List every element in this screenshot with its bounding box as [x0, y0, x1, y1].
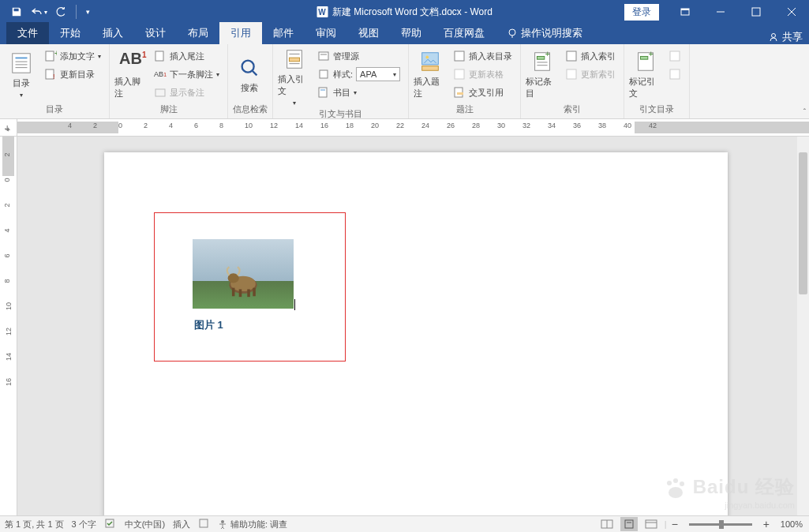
maximize-button[interactable] [738, 0, 773, 24]
accessibility-icon [217, 519, 228, 530]
tab-help[interactable]: 帮助 [390, 22, 433, 44]
toc-button[interactable]: 目录 ▾ [5, 47, 38, 102]
insert-citation-button[interactable]: 插入引文 ▾ [278, 47, 311, 107]
lightbulb-icon [507, 28, 518, 39]
zoom-level[interactable]: 100% [774, 519, 803, 529]
svg-rect-3 [752, 8, 760, 16]
update-index-button: 更新索引 [562, 66, 619, 83]
collapse-ribbon-button[interactable]: ˆ [803, 108, 806, 117]
svg-rect-48 [670, 51, 680, 61]
svg-point-32 [425, 56, 429, 59]
accessibility-button[interactable]: 辅助功能: 调查 [217, 519, 287, 530]
login-button[interactable]: 登录 [624, 4, 659, 21]
svg-text:!: ! [53, 73, 55, 81]
tab-design[interactable]: 设计 [134, 22, 177, 44]
insert-mode[interactable]: 插入 [173, 519, 190, 530]
document-canvas[interactable]: 图片 1 [17, 137, 809, 515]
tab-mailings[interactable]: 邮件 [262, 22, 305, 44]
svg-rect-43 [567, 51, 576, 61]
language-indicator[interactable]: 中文(中国) [125, 519, 165, 530]
tab-references[interactable]: 引用 [219, 22, 262, 44]
insert-endnote-button[interactable]: 插入尾注 [151, 47, 223, 65]
read-mode-button[interactable] [598, 517, 616, 531]
group-toa: + 标记引文 引文目录 [624, 44, 690, 118]
page[interactable]: 图片 1 [104, 152, 728, 515]
print-layout-button[interactable] [620, 517, 638, 531]
minimize-button[interactable] [702, 0, 738, 24]
toc-icon [9, 51, 33, 75]
insert-index-icon [565, 50, 578, 62]
share-button[interactable]: 共享 [768, 30, 803, 44]
group-captions: 插入题注 插入表目录 更新表格 交叉引用 题注 [409, 44, 521, 118]
ribbon: 目录 ▾ +添加文字 ▾ !更新目录 目录 AB1 插入脚注 插入尾注 AB1下… [0, 44, 809, 119]
svg-point-8 [772, 34, 776, 38]
update-icon: ! [44, 68, 57, 81]
insert-tof-button[interactable]: 插入表目录 [450, 47, 515, 65]
svg-rect-29 [319, 88, 327, 97]
bibliography-button[interactable]: 书目 ▾ [314, 84, 403, 101]
image-caption[interactable]: 图片 1 [194, 318, 223, 332]
svg-rect-53 [239, 289, 242, 297]
svg-rect-37 [457, 92, 463, 95]
vertical-ruler[interactable]: 420246810121416 [0, 137, 17, 515]
cross-reference-button[interactable]: 交叉引用 [450, 84, 515, 101]
tab-file[interactable]: 文件 [6, 22, 49, 44]
save-button[interactable] [6, 2, 27, 22]
inserted-image[interactable] [193, 239, 294, 309]
svg-rect-34 [455, 51, 464, 61]
svg-rect-9 [13, 53, 31, 72]
insert-caption-button[interactable]: 插入题注 [414, 47, 447, 102]
scrollbar-thumb[interactable] [799, 152, 807, 294]
show-notes-button: 显示备注 [151, 84, 223, 101]
undo-button[interactable]: ▾ [28, 2, 49, 22]
group-label-toa: 引文目录 [629, 102, 684, 117]
add-text-button[interactable]: +添加文字 ▾ [41, 47, 104, 65]
zoom-in-button[interactable]: + [763, 518, 770, 530]
update-index-icon [565, 68, 578, 81]
zoom-slider[interactable] [689, 523, 752, 526]
spell-check-icon[interactable] [104, 518, 117, 530]
update-toa-button [665, 66, 684, 83]
svg-rect-23 [289, 58, 299, 62]
insert-index-button[interactable]: 插入索引 [562, 47, 619, 65]
redo-button[interactable] [51, 2, 71, 22]
tab-home[interactable]: 开始 [49, 22, 92, 44]
tab-view[interactable]: 视图 [347, 22, 390, 44]
next-footnote-icon: AB1 [154, 68, 167, 81]
group-label-captions: 题注 [414, 102, 515, 117]
next-footnote-button[interactable]: AB1下一条脚注 ▾ [151, 66, 223, 83]
svg-rect-55 [253, 288, 256, 297]
tab-layout[interactable]: 布局 [177, 22, 219, 44]
update-tof-icon [453, 68, 466, 81]
document-area: 420246810121416 图片 1 [0, 137, 809, 515]
tof-icon [453, 50, 466, 62]
tab-review[interactable]: 审阅 [305, 22, 347, 44]
update-toc-button[interactable]: !更新目录 [41, 66, 104, 83]
mark-entry-button[interactable]: + 标记条目 [526, 47, 559, 102]
svg-rect-62 [625, 520, 633, 528]
citation-style-select[interactable]: 样式: APA▾ [314, 66, 403, 83]
insert-footnote-button[interactable]: AB1 插入脚注 [114, 47, 148, 102]
update-tof-button: 更新表格 [450, 66, 515, 83]
ribbon-display-button[interactable] [667, 0, 702, 24]
svg-point-59 [221, 520, 224, 523]
manage-sources-button[interactable]: 管理源 [314, 47, 403, 65]
search-button[interactable]: 搜索 [233, 47, 266, 102]
mark-citation-button[interactable]: + 标记引文 [629, 47, 662, 102]
vertical-scrollbar[interactable] [797, 137, 809, 515]
tab-insert[interactable]: 插入 [92, 22, 134, 44]
mark-citation-icon: + [634, 50, 657, 73]
horizontal-ruler[interactable]: 4202468101214161820222426283032343638404… [17, 119, 809, 136]
close-button[interactable] [773, 0, 809, 24]
tab-baidu[interactable]: 百度网盘 [433, 22, 496, 44]
page-indicator[interactable]: 第 1 页, 共 1 页 [5, 519, 64, 530]
tab-tellme[interactable]: 操作说明搜索 [496, 22, 594, 44]
qat-customize-button[interactable]: ▾ [81, 2, 94, 22]
zoom-out-button[interactable]: − [672, 518, 678, 530]
citation-icon [283, 47, 306, 71]
group-citations: 插入引文 ▾ 管理源 样式: APA▾ 书目 ▾ 引文与书目 [273, 44, 409, 118]
macro-icon[interactable] [198, 518, 209, 530]
word-count[interactable]: 3 个字 [72, 519, 96, 530]
web-layout-button[interactable] [642, 517, 660, 531]
group-footnotes: AB1 插入脚注 插入尾注 AB1下一条脚注 ▾ 显示备注 脚注 [110, 44, 228, 118]
